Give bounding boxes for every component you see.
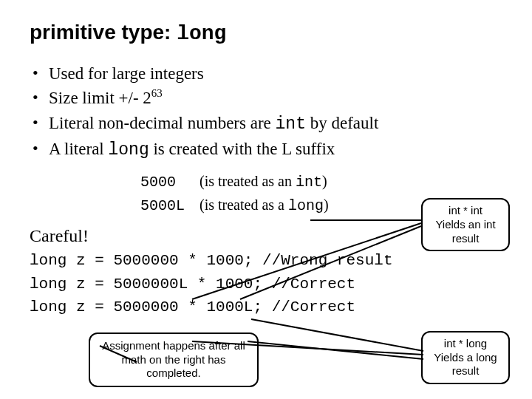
bullet-4: A literal long is created with the L suf… xyxy=(30,137,505,163)
bullet-3-post: by default xyxy=(306,114,378,132)
bullet-2-exponent: 63 xyxy=(151,88,163,100)
example-1-typecode: int xyxy=(296,174,322,191)
callout-int-int-l2: Yields an int xyxy=(430,218,501,232)
slide-title: primitive type: long xyxy=(30,21,505,45)
example-2-post: ) xyxy=(324,197,329,213)
callout-int-long-l1: int * long xyxy=(430,337,501,351)
example-2-desc: (is treated as a long) xyxy=(200,194,329,217)
bullet-4-pre: A literal xyxy=(49,140,108,158)
svg-line-3 xyxy=(251,319,423,351)
callout-assignment-note: Assignment happens after all math on the… xyxy=(89,332,259,387)
bullet-3: Literal non-decimal numbers are int by d… xyxy=(30,111,505,137)
code-line-3: long z = 5000000 * 1000L; //Correct xyxy=(30,299,355,316)
title-prefix: primitive type: xyxy=(30,21,177,44)
callout-int-int-l3: result xyxy=(430,232,501,246)
callout-int-long-l2: Yields a long xyxy=(430,351,501,365)
callout-assignment-l1: Assignment happens after all xyxy=(99,339,248,353)
bullet-3-code: int xyxy=(276,115,306,134)
bullet-2: Size limit +/- 263 xyxy=(30,86,505,110)
callout-int-long: int * long Yields a long result xyxy=(421,331,510,384)
callout-int-long-l3: result xyxy=(430,364,501,378)
callout-assignment-l2: math on the right has completed. xyxy=(99,353,248,381)
bullet-1-text: Used for large integers xyxy=(49,64,204,83)
bullet-4-post: is created with the L suffix xyxy=(149,140,335,158)
example-2-pre: (is treated as a xyxy=(200,197,288,213)
code-block: long z = 5000000 * 1000; //Wrong result … xyxy=(30,249,505,319)
example-2-code: 5000L xyxy=(140,194,192,217)
bullet-3-pre: Literal non-decimal numbers are xyxy=(49,114,276,132)
callout-int-int-l1: int * int xyxy=(430,204,501,218)
callout-int-int: int * int Yields an int result xyxy=(421,198,510,251)
example-row-1: 5000 (is treated as an int) xyxy=(140,170,505,194)
bullet-list: Used for large integers Size limit +/- 2… xyxy=(30,61,505,163)
code-line-1: long z = 5000000 * 1000; //Wrong result xyxy=(30,252,392,269)
example-1-post: ) xyxy=(322,173,327,189)
bullet-4-code: long xyxy=(108,140,149,160)
svg-line-5 xyxy=(248,341,423,359)
example-1-pre: (is treated as an xyxy=(200,173,296,189)
bullet-2-pre: Size limit +/- 2 xyxy=(49,89,151,107)
slide: primitive type: long Used for large inte… xyxy=(0,0,532,399)
code-line-2: long z = 5000000L * 1000; //Correct xyxy=(30,276,355,293)
example-1-code: 5000 xyxy=(140,171,192,194)
example-2-typecode: long xyxy=(288,197,324,214)
example-1-desc: (is treated as an int) xyxy=(200,170,327,194)
bullet-1: Used for large integers xyxy=(30,61,505,86)
title-typename: long xyxy=(177,22,226,45)
